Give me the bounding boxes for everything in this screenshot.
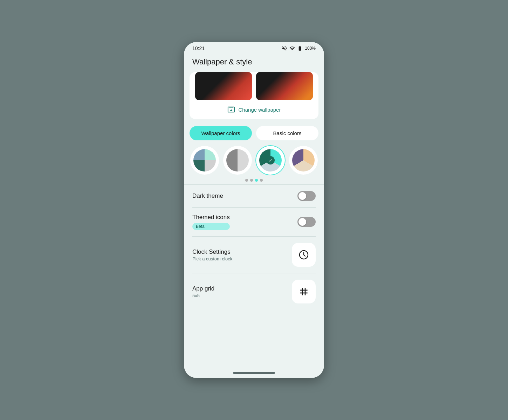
app-grid-label: App grid [192,285,214,292]
themed-icons-toggle-knob [298,218,306,226]
swatch-2[interactable] [223,146,252,175]
pagination-dots [184,179,324,182]
page-title: Wallpaper & style [184,53,324,72]
checkmark-icon [268,158,273,163]
swatch-color-4 [292,149,315,172]
mute-icon [282,46,287,51]
status-time: 10:21 [192,46,205,51]
swatch-1[interactable] [190,146,219,175]
clock-icon [298,249,309,260]
change-wallpaper-icon [227,106,235,113]
battery-percent: 100% [305,46,316,51]
dark-theme-left: Dark theme [192,192,223,200]
app-grid-row: App grid 5x5 [192,273,316,310]
themed-icons-left: Themed icons Beta [192,214,230,230]
themed-icons-toggle[interactable] [297,217,316,227]
themed-icons-row: Themed icons Beta [192,208,316,236]
grid-icon [298,286,309,297]
status-icons: 100% [282,46,316,51]
change-wallpaper-button[interactable]: Change wallpaper [190,100,318,119]
home-indicator [184,366,324,378]
swatch-check-icon [266,156,275,164]
wallpaper-colors-tab[interactable]: Wallpaper colors [190,126,252,140]
app-grid-sublabel: 5x5 [192,293,214,298]
basic-colors-tab[interactable]: Basic colors [256,126,318,140]
dark-theme-toggle-knob [298,192,306,200]
dot-4 [260,179,263,182]
clock-settings-icon-button[interactable] [292,243,316,267]
themed-icons-label: Themed icons [192,214,230,221]
swatch-color-3 [259,149,282,172]
dark-theme-toggle[interactable] [297,191,316,201]
settings-section: Dark theme Themed icons Beta Clock Setti… [184,185,324,310]
swatch-4[interactable] [289,146,318,175]
wallpaper-thumbnails [190,72,318,100]
clock-settings-row: Clock Settings Pick a custom clock [192,237,316,273]
dot-1 [245,179,248,182]
dot-3-active [255,179,258,182]
color-swatches [190,146,318,175]
app-grid-left: App grid 5x5 [192,285,214,298]
change-wallpaper-label: Change wallpaper [239,107,281,113]
dot-2 [250,179,253,182]
status-bar: 10:21 100% [184,42,324,53]
wallpaper-thumb-1[interactable] [195,72,252,100]
clock-settings-left: Clock Settings Pick a custom clock [192,248,232,261]
clock-settings-sublabel: Pick a custom clock [192,256,232,261]
swatch-3-selected[interactable] [256,146,285,175]
beta-badge: Beta [192,223,230,230]
battery-icon [297,46,303,51]
wallpaper-preview-card: Change wallpaper [190,72,318,119]
swatch-color-2 [226,149,249,172]
home-bar [233,372,275,374]
dark-theme-row: Dark theme [192,185,316,207]
clock-settings-label: Clock Settings [192,248,232,255]
wallpaper-thumb-2[interactable] [256,72,313,100]
swatch-color-1 [193,149,216,172]
app-grid-icon-button[interactable] [292,280,316,303]
dark-theme-label: Dark theme [192,192,223,200]
phone-frame: 10:21 100% Wallpaper & style [184,42,324,378]
color-tabs: Wallpaper colors Basic colors [190,126,318,140]
wifi-icon [289,46,295,51]
